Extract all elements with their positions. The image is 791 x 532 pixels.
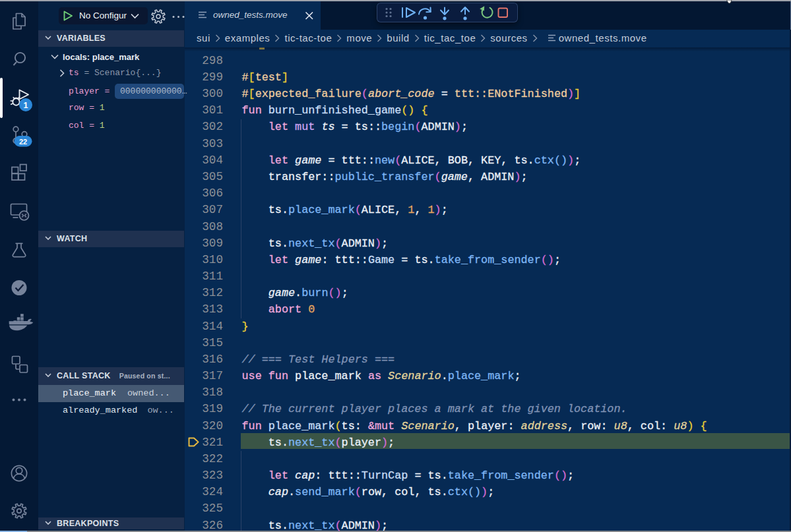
svg-text:1: 1 — [24, 101, 28, 110]
svg-text:22: 22 — [19, 138, 27, 146]
